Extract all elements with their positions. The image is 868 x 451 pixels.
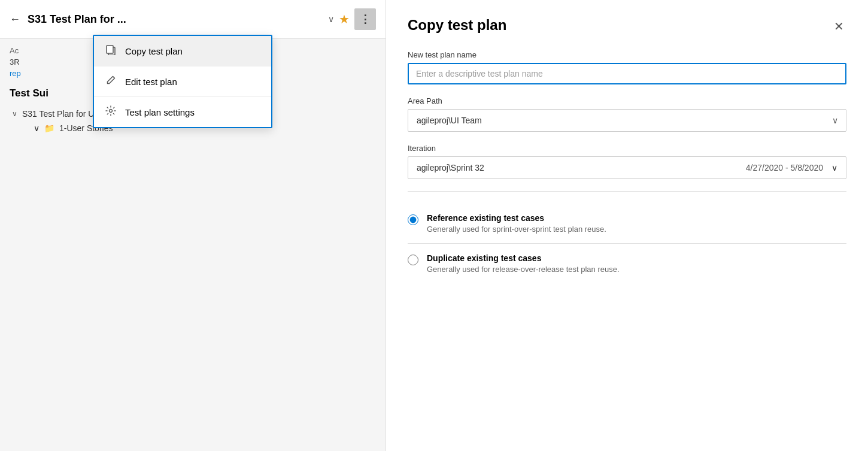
radio-reference-desc: Generally used for sprint-over-sprint te… [427,225,606,234]
divider [408,191,846,192]
radio-duplicate[interactable] [408,255,418,265]
svg-rect-1 [107,46,113,53]
radio-duplicate-content: Duplicate existing test cases Generally … [427,253,620,274]
iteration-chevron-icon: ∨ [831,163,837,172]
more-options-button[interactable]: ⋮ [354,8,376,30]
gear-icon [105,105,117,119]
radio-duplicate-desc: Generally used for release-over-release … [427,265,620,274]
tree-chevron-icon: ∨ [12,110,17,118]
radio-option-reference: Reference existing test cases Generally … [408,204,846,244]
panel-title: Copy test plan [408,17,506,34]
radio-option-duplicate: Duplicate existing test cases Generally … [408,244,846,283]
area-path-select-wrapper: agileproj\UI Team ∨ [408,109,846,132]
menu-item-copy[interactable]: Copy test plan [94,36,271,66]
right-panel: Copy test plan ✕ New test plan name Area… [386,0,868,451]
iteration-label: Iteration [408,144,846,153]
menu-item-edit[interactable]: Edit test plan [94,66,271,97]
iteration-group: Iteration agileproj\Sprint 32 4/27/2020 … [408,144,846,179]
tree-child-chevron-icon: ∨ [34,123,40,133]
radio-reference-label: Reference existing test cases [427,213,606,223]
menu-edit-label: Edit test plan [125,77,177,87]
dropdown-menu: Copy test plan Edit test plan Test plan … [93,35,272,128]
area-path-label: Area Path [408,96,846,105]
top-bar: ← S31 Test Plan for ... ∨ ★ ⋮ [0,0,386,39]
favorite-star-icon[interactable]: ★ [339,12,350,26]
copy-icon [105,44,117,57]
radio-duplicate-label: Duplicate existing test cases [427,253,620,263]
iteration-select[interactable]: agileproj\Sprint 32 4/27/2020 - 5/8/2020… [408,156,846,179]
name-label: New test plan name [408,50,846,59]
area-path-select[interactable]: agileproj\UI Team [408,109,846,132]
close-button[interactable]: ✕ [831,17,846,36]
iteration-path: agileproj\Sprint 32 [417,163,484,172]
back-button[interactable]: ← [10,13,20,26]
left-panel: ← S31 Test Plan for ... ∨ ★ ⋮ Ac 3R rep … [0,0,386,451]
name-input[interactable] [408,63,846,84]
folder-icon: 📁 [44,123,54,133]
menu-settings-label: Test plan settings [125,107,195,117]
menu-item-settings[interactable]: Test plan settings [94,97,271,127]
edit-icon [105,75,117,88]
svg-point-2 [110,110,113,113]
menu-copy-label: Copy test plan [125,46,183,56]
area-path-group: Area Path agileproj\UI Team ∨ [408,96,846,132]
plan-title: S31 Test Plan for ... [28,13,323,26]
radio-reference[interactable] [408,214,418,225]
plan-chevron-icon[interactable]: ∨ [328,14,334,24]
iteration-date: 4/27/2020 - 5/8/2020 [746,163,823,172]
radio-reference-content: Reference existing test cases Generally … [427,213,606,234]
radio-group: Reference existing test cases Generally … [408,204,846,283]
panel-header: Copy test plan ✕ [408,17,846,36]
name-field-group: New test plan name [408,50,846,84]
iteration-right: 4/27/2020 - 5/8/2020 ∨ [746,163,837,172]
